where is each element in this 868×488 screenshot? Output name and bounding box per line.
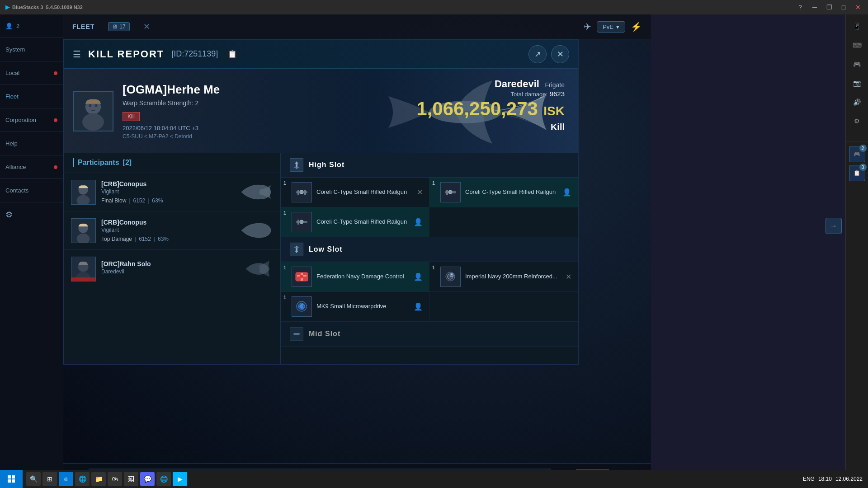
- svg-point-34: [300, 275, 303, 278]
- svg-point-5: [95, 104, 98, 107]
- slot-item: 1 Coreli C-Type Small Rifled Railgun 👤: [281, 207, 429, 237]
- bs-notification-2[interactable]: 🎮 2: [849, 146, 865, 162]
- item-icon: [292, 212, 312, 232]
- participant-name: [CRB]Conopus: [101, 180, 231, 188]
- pve-dropdown[interactable]: PvE ▾: [597, 21, 625, 33]
- participant-info: [ORC]Rahn Solo Daredevil: [101, 260, 231, 277]
- item-count: 1: [283, 210, 286, 216]
- dropdown-chevron: ▾: [616, 23, 619, 30]
- topbar-badge[interactable]: 🖥 17: [108, 22, 129, 31]
- topbar-right: ✈ PvE ▾ ⚡: [584, 21, 642, 33]
- kill-report-modal: ☰ KILL REPORT [ID:7251139] 📋 ↗ ✕: [63, 39, 579, 365]
- item-count: 1: [283, 295, 286, 300]
- filter-icon[interactable]: ⚡: [631, 21, 642, 32]
- maximize-button[interactable]: ❐: [823, 1, 835, 14]
- taskbar-bluestacks[interactable]: ▶: [173, 472, 187, 486]
- bs-tool-3[interactable]: 🎮: [849, 56, 865, 72]
- damage-value: 6152: [139, 236, 151, 242]
- isk-label: ISK: [543, 104, 565, 118]
- corporation-dot: [54, 118, 57, 122]
- sidebar-item-contacts[interactable]: Contacts: [0, 179, 63, 202]
- modal-close-button[interactable]: ✕: [551, 45, 569, 63]
- item-remove-icon[interactable]: ✕: [566, 272, 571, 281]
- taskbar-search[interactable]: 🔍: [26, 472, 41, 486]
- taskbar-store[interactable]: 🛍: [108, 472, 122, 486]
- minimize-button[interactable]: ─: [808, 1, 821, 14]
- taskbar-discord[interactable]: 💬: [140, 472, 155, 486]
- taskbar-right: ENG 18:10 12.06.2022: [797, 476, 868, 482]
- low-slot-title: Low Slot: [309, 245, 343, 253]
- high-slot-title: High Slot: [309, 161, 344, 169]
- export-icon: ↗: [534, 49, 541, 59]
- isk-display: 1,066,250,273 ISK: [416, 98, 565, 120]
- item-user-icon: 👤: [414, 272, 423, 281]
- taskbar-photos[interactable]: 🖼: [124, 472, 138, 486]
- participant-stats: Top Damage | 6152 | 63%: [101, 236, 231, 242]
- svg-point-24: [448, 190, 452, 194]
- slot-item-empty: [429, 292, 578, 322]
- victim-ship-info: Daredevil Frigate Total damage: 9623 1,0…: [416, 78, 565, 132]
- damage-info: Total damage: 9623: [416, 90, 565, 98]
- bs-notification-3[interactable]: 📋 3: [849, 165, 865, 181]
- svg-rect-23: [446, 190, 448, 195]
- sidebar-item-local[interactable]: Local: [0, 61, 63, 85]
- bs-tool-5[interactable]: 🔊: [849, 94, 865, 110]
- ship-class: Frigate: [545, 81, 565, 89]
- close-icon: ✕: [557, 49, 564, 59]
- bs-tool-4[interactable]: 📷: [849, 75, 865, 91]
- bs-tool-2[interactable]: ⌨: [849, 37, 865, 53]
- high-slot-header: High Slot: [281, 153, 578, 178]
- taskbar-explorer[interactable]: 📁: [91, 472, 106, 486]
- start-button[interactable]: [0, 470, 23, 488]
- sidebar-item-profile[interactable]: 👤 2: [0, 14, 63, 38]
- taskbar-task-view[interactable]: ⊞: [42, 472, 57, 486]
- item-remove-icon[interactable]: ✕: [417, 188, 423, 197]
- sidebar-item-help[interactable]: Help: [0, 132, 63, 155]
- sidebar-item-corporation[interactable]: Corporation: [0, 108, 63, 132]
- svg-rect-46: [8, 479, 11, 483]
- avatar-image: [71, 180, 95, 204]
- question-icon[interactable]: ?: [794, 1, 807, 14]
- close-button[interactable]: ✕: [852, 1, 864, 14]
- topbar-close-icon[interactable]: ✕: [143, 22, 150, 32]
- restore-button[interactable]: □: [837, 1, 850, 14]
- slots-panel: High Slot 1 Coreli: [281, 153, 578, 365]
- svg-rect-43: [293, 333, 300, 335]
- low-slot-header: Low Slot: [281, 237, 578, 262]
- taskbar-date: 12.06.2022: [835, 476, 863, 482]
- damage-value: 6152: [133, 197, 145, 204]
- participant-avatar: [71, 218, 96, 243]
- sidebar-item-alliance[interactable]: Alliance: [0, 155, 63, 179]
- bs-tool-6[interactable]: ⚙: [849, 113, 865, 129]
- taskbar-chrome2[interactable]: 🌐: [156, 472, 171, 486]
- participants-header: Participants [2]: [64, 153, 280, 173]
- sidebar-settings[interactable]: ⚙: [0, 202, 63, 227]
- copy-icon[interactable]: 📋: [228, 50, 237, 58]
- profile-count: 2: [16, 23, 19, 29]
- modal-id: [ID:7251139]: [171, 49, 218, 59]
- export-button[interactable]: ↗: [528, 45, 547, 63]
- slot-item: 1 Coreli C-Type Small Rifled Railgun ✕: [281, 178, 429, 207]
- nav-arrow[interactable]: →: [826, 218, 842, 234]
- svg-rect-47: [12, 479, 15, 483]
- taskbar-chrome[interactable]: 🌐: [75, 472, 90, 486]
- fleet-label: Fleet: [5, 93, 19, 100]
- item-user-icon: 👤: [562, 188, 571, 197]
- kill-badge: Kill: [123, 112, 140, 121]
- alliance-label: Alliance: [5, 164, 26, 170]
- bs-tool-1[interactable]: 📱: [849, 18, 865, 34]
- ship-name-label: Daredevil Frigate: [416, 78, 565, 90]
- sidebar-item-fleet[interactable]: Fleet: [0, 85, 63, 108]
- total-damage-value: 9623: [550, 90, 565, 98]
- sidebar-item-system[interactable]: System: [0, 38, 63, 61]
- svg-rect-18: [297, 190, 299, 195]
- taskbar-time: 18:10: [818, 476, 832, 482]
- taskbar-edge[interactable]: e: [59, 472, 73, 486]
- modal-header: ☰ KILL REPORT [ID:7251139] 📋 ↗ ✕: [64, 40, 578, 69]
- hamburger-icon[interactable]: ☰: [73, 49, 81, 60]
- participant-info: [CRB]Conopus Vigilant Top Damage | 6152 …: [101, 219, 231, 242]
- slot-item: 1 + Imperial Navy 200mm Reinforced... ✕: [429, 262, 578, 292]
- participant-avatar: [71, 257, 96, 282]
- isk-value: 1,066,250,273: [416, 98, 538, 119]
- pve-label: PvE: [603, 23, 613, 30]
